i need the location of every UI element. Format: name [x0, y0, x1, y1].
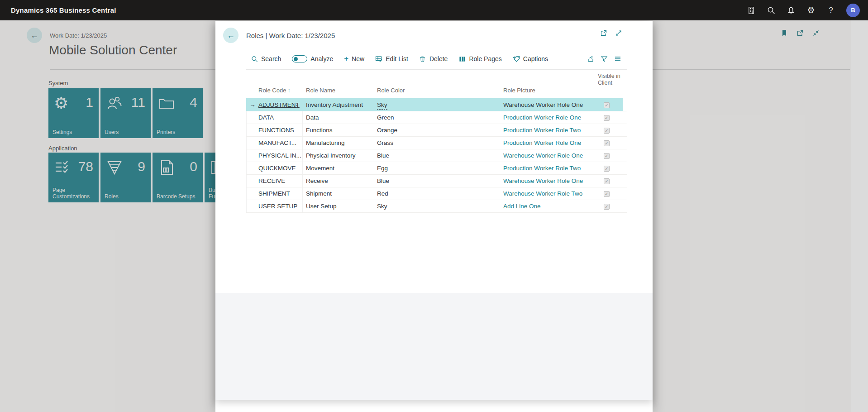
cell-role-picture[interactable]: Warehouse Worker Role One: [503, 175, 583, 187]
expand-icon[interactable]: [615, 29, 622, 37]
cell-role-picture[interactable]: Warehouse Worker Role One: [503, 149, 583, 162]
delete-button[interactable]: Delete: [419, 55, 448, 62]
checkmark-icon: ✓: [604, 128, 610, 134]
search-label: Search: [261, 55, 281, 62]
cell-role-name[interactable]: Functions: [306, 124, 333, 137]
visible-checkbox[interactable]: ✓: [604, 137, 610, 149]
new-label: New: [352, 55, 364, 62]
cell-role-picture[interactable]: Production Worker Role Two: [503, 124, 581, 137]
company-icon[interactable]: [747, 6, 756, 15]
cell-role-code[interactable]: QUICKMOVE: [258, 162, 296, 175]
role-pages-button[interactable]: Role Pages: [458, 55, 501, 62]
captions-tag-icon: [513, 55, 520, 62]
cell-role-name[interactable]: User Setup: [306, 200, 337, 213]
toggle-switch-icon: [292, 55, 307, 62]
cell-role-name[interactable]: Data: [306, 111, 319, 124]
captions-label: Captions: [523, 55, 548, 62]
cell-role-name[interactable]: Physical Inventory: [306, 149, 356, 162]
analyze-toggle[interactable]: Analyze: [292, 55, 333, 62]
edit-list-button[interactable]: Edit List: [375, 55, 408, 62]
column-header-role-color[interactable]: Role Color: [377, 87, 405, 94]
cell-role-code[interactable]: FUNCTIONS: [258, 124, 294, 137]
checkmark-icon: ✓: [604, 102, 610, 108]
dialog-back-button[interactable]: ←: [223, 28, 238, 43]
cell-role-color[interactable]: Egg: [377, 162, 388, 175]
share-icon[interactable]: [587, 55, 594, 62]
cell-role-picture[interactable]: Add Line One: [503, 200, 541, 213]
cell-role-picture[interactable]: Production Worker Role One: [503, 137, 581, 149]
cell-role-name[interactable]: Manufacturing: [306, 137, 345, 149]
row-menu-icon[interactable]: ⋮: [293, 99, 300, 111]
table-row[interactable]: RECEIVE Receive Blue Warehouse Worker Ro…: [246, 175, 627, 187]
visible-checkbox[interactable]: ✓: [604, 124, 610, 137]
cell-role-color[interactable]: Green: [377, 111, 394, 124]
column-header-role-picture[interactable]: Role Picture: [503, 87, 535, 94]
cell-role-code[interactable]: MANUFACT...: [258, 137, 296, 149]
cell-role-code[interactable]: DATA: [258, 111, 274, 124]
cell-role-code[interactable]: RECEIVE: [258, 175, 285, 187]
help-icon[interactable]: ?: [826, 6, 835, 15]
dialog-lower-area: [215, 293, 653, 400]
table-row[interactable]: QUICKMOVE Movement Egg Production Worker…: [246, 162, 627, 175]
edit-list-label: Edit List: [386, 55, 408, 62]
column-header-role-code[interactable]: Role Code↑: [258, 87, 290, 94]
visible-checkbox[interactable]: ✓: [604, 99, 610, 111]
cell-role-name[interactable]: Movement: [306, 162, 334, 175]
cell-role-color[interactable]: Orange: [377, 124, 397, 137]
search-action[interactable]: Search: [251, 55, 281, 62]
row-marker-icon: →: [248, 99, 257, 111]
visible-checkbox[interactable]: ✓: [604, 187, 610, 200]
columns-icon: [458, 55, 466, 62]
table-row[interactable]: MANUFACT... Manufacturing Grass Producti…: [246, 137, 627, 149]
cell-role-name[interactable]: Shipment: [306, 187, 332, 200]
cell-role-picture[interactable]: Warehouse Worker Role One: [503, 99, 583, 111]
visible-checkbox[interactable]: ✓: [604, 175, 610, 187]
notifications-bell-icon[interactable]: [787, 6, 796, 15]
table-row[interactable]: SHIPMENT Shipment Red Warehouse Worker R…: [246, 187, 627, 200]
captions-button[interactable]: Captions: [513, 55, 548, 62]
checkmark-icon: ✓: [604, 140, 610, 146]
cell-role-picture[interactable]: Production Worker Role Two: [503, 162, 581, 175]
search-icon[interactable]: [767, 6, 776, 15]
cell-role-color[interactable]: Sky: [377, 100, 387, 110]
table-row[interactable]: → ADJUSTMENT ⋮ Inventory Adjustment Sky …: [246, 99, 627, 111]
plus-icon: +: [344, 55, 348, 62]
cell-role-name[interactable]: Receive: [306, 175, 328, 187]
cell-role-color[interactable]: Blue: [377, 149, 389, 162]
topbar: Dynamics 365 Business Central ⚙ ? B: [0, 0, 868, 20]
visible-checkbox[interactable]: ✓: [604, 149, 610, 162]
filter-funnel-icon[interactable]: [601, 55, 608, 62]
new-button[interactable]: + New: [344, 55, 364, 62]
cell-role-name[interactable]: Inventory Adjustment: [306, 99, 363, 111]
table-row[interactable]: DATA Data Green Production Worker Role O…: [246, 111, 627, 124]
visible-checkbox[interactable]: ✓: [604, 162, 610, 175]
toolbar-right-actions: [587, 53, 621, 65]
open-in-new-window-icon[interactable]: [600, 29, 607, 37]
checkmark-icon: ✓: [604, 204, 610, 210]
app-title: Dynamics 365 Business Central: [11, 6, 116, 14]
visible-checkbox[interactable]: ✓: [604, 111, 610, 124]
cell-role-color[interactable]: Red: [377, 187, 388, 200]
avatar[interactable]: B: [846, 4, 860, 17]
dialog-header-actions: [600, 29, 622, 37]
cell-role-code[interactable]: SHIPMENT: [258, 187, 290, 200]
roles-table-body: → ADJUSTMENT ⋮ Inventory Adjustment Sky …: [246, 99, 627, 213]
list-view-icon[interactable]: [614, 55, 621, 62]
cell-role-color[interactable]: Grass: [377, 137, 393, 149]
visible-checkbox[interactable]: ✓: [604, 200, 610, 213]
table-row[interactable]: USER SETUP User Setup Sky Add Line One ✓: [246, 200, 627, 213]
cell-role-code[interactable]: USER SETUP: [258, 200, 297, 213]
cell-role-color[interactable]: Sky: [377, 200, 387, 213]
cell-role-code[interactable]: PHYSICAL IN...: [258, 149, 301, 162]
cell-role-picture[interactable]: Production Worker Role One: [503, 111, 581, 124]
column-header-role-name[interactable]: Role Name: [306, 87, 335, 94]
trash-icon: [419, 55, 426, 62]
table-row[interactable]: PHYSICAL IN... Physical Inventory Blue W…: [246, 149, 627, 162]
cell-role-color[interactable]: Blue: [377, 175, 389, 187]
table-row[interactable]: FUNCTIONS Functions Orange Production Wo…: [246, 124, 627, 137]
settings-gear-icon[interactable]: ⚙: [806, 6, 816, 15]
cell-role-picture[interactable]: Warehouse Worker Role Two: [503, 187, 582, 200]
topbar-actions: ⚙ ? B: [747, 4, 860, 17]
column-header-visible-in-client[interactable]: Visible in Client: [598, 73, 620, 86]
toolbar-divider: [246, 69, 627, 70]
